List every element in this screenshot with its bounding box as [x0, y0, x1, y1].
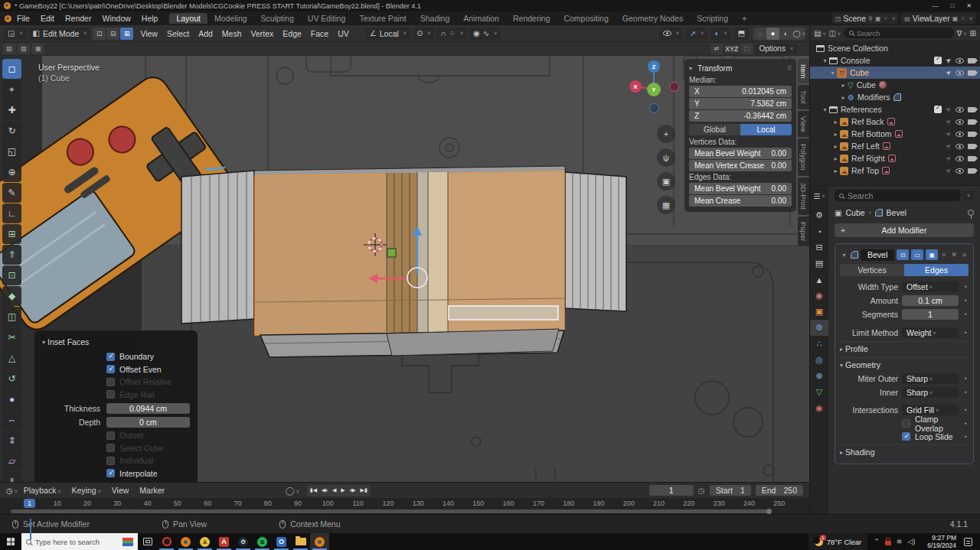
- selectable-icon[interactable]: [946, 69, 952, 76]
- animate-dot[interactable]: [962, 419, 969, 428]
- workspace-tab[interactable]: Modeling: [207, 13, 254, 24]
- minimize-button[interactable]: —: [932, 2, 938, 9]
- taskbar-search-input[interactable]: Type here to search: [21, 533, 138, 550]
- workspace-tab[interactable]: Sculpting: [254, 13, 301, 24]
- properties-search-input[interactable]: Search: [835, 190, 960, 201]
- selectable-icon[interactable]: [946, 155, 952, 162]
- menu-item[interactable]: Edit: [35, 14, 60, 23]
- tool-button[interactable]: ⌖: [2, 80, 21, 99]
- scene-selector[interactable]: ◳Scene⚲▣✕: [832, 13, 899, 24]
- depth-field[interactable]: Depth0 cm: [42, 415, 190, 428]
- view-menu[interactable]: View: [107, 486, 134, 495]
- sidebar-tab[interactable]: Tool: [798, 85, 809, 109]
- workspace-tab[interactable]: Texture Paint: [352, 13, 413, 24]
- taskbar-app-steam[interactable]: ⚙: [234, 533, 253, 550]
- taskbar-app-opera[interactable]: [157, 533, 176, 550]
- auto-keying-icon[interactable]: ◯: [286, 486, 299, 495]
- playback-menu[interactable]: Playback: [19, 486, 66, 495]
- playback-button[interactable]: ▶: [341, 487, 345, 493]
- properties-tab[interactable]: ▽: [810, 384, 828, 400]
- transform-panel-header[interactable]: Transform⠿: [689, 62, 792, 74]
- outliner-row-ref-right[interactable]: ▸Ref Right: [810, 152, 980, 164]
- sidebar-tab[interactable]: Paper: [798, 216, 809, 246]
- viewport-menu-item[interactable]: Add: [194, 29, 217, 38]
- tool-button[interactable]: ✚: [2, 100, 21, 120]
- axis-x-neg-ball[interactable]: [669, 82, 679, 92]
- outliner-row-console[interactable]: ▾Console: [810, 54, 980, 67]
- workspace-tab[interactable]: Animation: [456, 13, 506, 24]
- sidebar-tab[interactable]: View: [798, 111, 809, 137]
- global-toggle[interactable]: Global: [689, 124, 740, 135]
- playback-button[interactable]: •▶: [350, 487, 356, 493]
- taskbar-app-spotify[interactable]: ≋: [253, 533, 272, 550]
- outliner-row-ref-back[interactable]: ▸Ref Back: [810, 116, 980, 128]
- tool-button[interactable]: ⇕: [2, 431, 21, 451]
- loop-slide-checkbox[interactable]: [902, 432, 910, 441]
- tool-button[interactable]: ↺: [2, 369, 21, 389]
- clamp-overlap-checkbox[interactable]: [902, 419, 910, 428]
- animate-dot[interactable]: [962, 405, 969, 415]
- viewport-menu-item[interactable]: Vertex: [247, 29, 279, 38]
- workspace-tab[interactable]: Scripting: [690, 13, 735, 24]
- workspace-tab[interactable]: Layout: [169, 13, 207, 24]
- mirror-axis-button[interactable]: Z: [734, 45, 739, 53]
- render-visibility-icon[interactable]: [968, 156, 975, 161]
- tool-button[interactable]: ∥: [2, 472, 21, 482]
- face-select-icon[interactable]: ⊞: [120, 28, 133, 40]
- clock-widget[interactable]: 9:27 PM6/19/2024: [921, 534, 962, 549]
- sidebar-tab[interactable]: Item: [798, 59, 809, 83]
- tool-button[interactable]: ◫: [2, 307, 21, 327]
- tool-button[interactable]: ⊕: [2, 162, 21, 182]
- inset-checkbox-row[interactable]: Outset: [42, 429, 190, 442]
- current-frame-field[interactable]: 1: [649, 485, 694, 496]
- options-dropdown[interactable]: Options: [755, 44, 797, 54]
- edit-mode-display-toggle[interactable]: ⊡: [897, 249, 909, 260]
- tool-fallback-icon[interactable]: ▧: [3, 44, 15, 54]
- viewlayer-selector[interactable]: ▤ViewLayer▣✕: [901, 13, 975, 24]
- render-visibility-icon[interactable]: [968, 107, 975, 112]
- render-visibility-icon[interactable]: [968, 70, 975, 76]
- mode-dropdown[interactable]: ◧Edit Mode: [29, 28, 91, 40]
- mean-bevel-weight-edge-field[interactable]: Mean Bevel Weight0.00: [689, 183, 792, 194]
- material-shading-icon[interactable]: ◐: [779, 30, 792, 37]
- outliner-search-input[interactable]: Search: [844, 28, 954, 38]
- outliner-editor-type-icon[interactable]: ▤: [814, 29, 826, 37]
- miter-outer-dropdown[interactable]: Sharp: [902, 373, 959, 384]
- inset-checkbox-row[interactable]: Offset Relative: [42, 376, 190, 389]
- axis-y-ball[interactable]: Y: [647, 83, 661, 96]
- outliner-row-ref-top[interactable]: ▸Ref Top: [810, 164, 980, 177]
- edge-select-icon[interactable]: ⊟: [106, 28, 119, 40]
- outliner-row-ref-bottom[interactable]: ▸Ref Bottom: [810, 128, 980, 140]
- axis-x-ball[interactable]: X: [629, 80, 642, 93]
- animate-dot[interactable]: [962, 296, 969, 305]
- blender-menu-icon[interactable]: [5, 15, 11, 22]
- limit-method-dropdown[interactable]: Weight: [902, 327, 959, 338]
- current-frame-marker[interactable]: 1: [24, 499, 35, 508]
- outliner-display-mode-icon[interactable]: ◫: [829, 29, 841, 37]
- snap-magnet-icon[interactable]: ∩⁘: [436, 28, 467, 40]
- properties-tab[interactable]: ⚙: [810, 320, 828, 336]
- workspace-tab[interactable]: +: [735, 13, 753, 24]
- render-visibility-icon[interactable]: [968, 132, 975, 137]
- geometry-section-header[interactable]: Geometry: [840, 357, 969, 372]
- 3d-viewport[interactable]: ▧ ▨ ▦ ⇄ XYZ ⬚ Options: [0, 42, 809, 482]
- frame-end-field[interactable]: End250: [756, 485, 803, 496]
- viewport-menu-item[interactable]: Edge: [278, 29, 306, 38]
- taskbar-app-outlook[interactable]: O: [272, 533, 291, 550]
- render-display-toggle[interactable]: ▣: [926, 249, 938, 260]
- breadcrumb-object[interactable]: Cube: [845, 208, 864, 217]
- tool-button[interactable]: ⊞: [2, 224, 21, 244]
- tool-button[interactable]: ↻: [2, 121, 21, 141]
- median-y-field[interactable]: Y7.5362 cm: [689, 98, 792, 109]
- properties-tab[interactable]: ⊟: [810, 239, 828, 255]
- outliner-row-scene-collection[interactable]: Scene Collection: [810, 42, 980, 54]
- viewport-menu-item[interactable]: Select: [162, 29, 194, 38]
- mean-bevel-weight-vertex-field[interactable]: Mean Bevel Weight0.00: [689, 148, 792, 159]
- tool-overlap-icon[interactable]: ▨: [18, 44, 30, 54]
- sidebar-tab[interactable]: Polygon: [798, 138, 809, 175]
- sidebar-tab[interactable]: 3D-Print: [798, 177, 809, 215]
- mean-vertex-crease-field[interactable]: Mean Vertex Crease0.00: [689, 160, 792, 171]
- taskbar-app-file-explorer[interactable]: [291, 533, 310, 550]
- playback-button[interactable]: ◀•: [322, 487, 328, 493]
- tool-button[interactable]: ⇔: [2, 410, 21, 430]
